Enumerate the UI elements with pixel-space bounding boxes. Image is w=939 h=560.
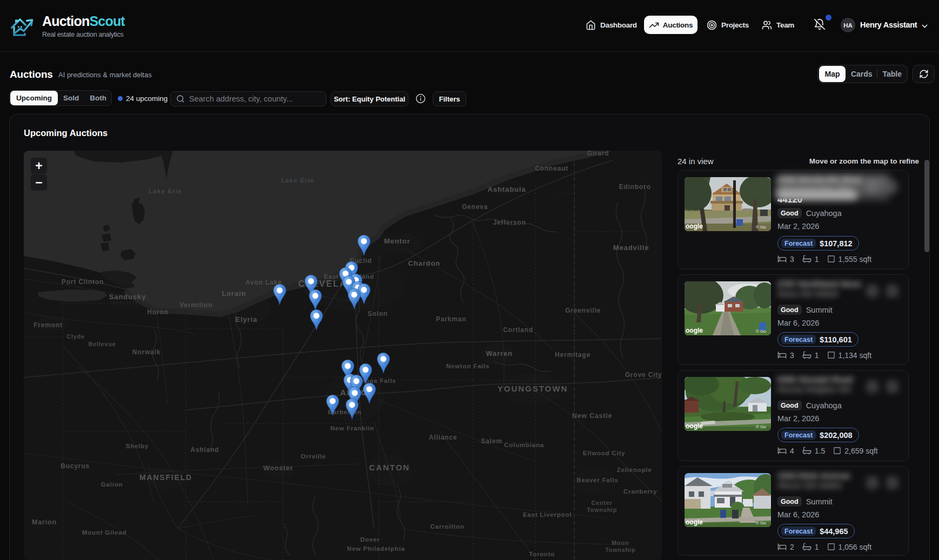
svg-text:Bucyrus: Bucyrus [61, 462, 90, 470]
svg-text:Toronto: Toronto [529, 551, 555, 557]
svg-text:Vermilion: Vermilion [179, 301, 212, 309]
svg-text:Warren: Warren [486, 349, 513, 357]
svg-text:© Go: © Go [756, 424, 766, 429]
svg-text:East Liverpool: East Liverpool [523, 511, 572, 518]
svg-text:Newton Falls: Newton Falls [446, 363, 490, 369]
svg-text:Mount Gilead: Mount Gilead [82, 529, 126, 536]
svg-text:Edinboro: Edinboro [619, 183, 650, 191]
svg-text:Lorain: Lorain [222, 289, 246, 298]
svg-text:Cortland: Cortland [503, 326, 533, 334]
svg-text:New Castle: New Castle [572, 412, 613, 420]
svg-text:Carrollton: Carrollton [431, 523, 465, 530]
svg-text:© Go: © Go [756, 329, 766, 334]
svg-text:New Philadelphia: New Philadelphia [347, 545, 405, 552]
svg-text:Moon: Moon [612, 539, 629, 546]
svg-text:Alliance: Alliance [429, 434, 457, 441]
svg-text:Grove City: Grove City [625, 371, 662, 379]
svg-text:Bellevue: Bellevue [89, 341, 116, 347]
svg-text:YOUNGSTOWN: YOUNGSTOWN [498, 384, 568, 393]
svg-text:Ellwood City: Ellwood City [583, 450, 626, 456]
svg-text:Sandusky: Sandusky [109, 293, 146, 301]
svg-text:Marion: Marion [32, 518, 57, 526]
svg-text:Lake Erie: Lake Erie [149, 188, 182, 194]
svg-text:Zelienople: Zelienople [617, 467, 652, 473]
svg-text:Galion: Galion [101, 481, 123, 488]
svg-text:© Go: © Go [756, 521, 766, 525]
svg-text:oogle: oogle [686, 327, 703, 334]
svg-text:Meadville: Meadville [613, 244, 649, 252]
svg-text:Township: Township [605, 546, 635, 553]
svg-text:Columbiana: Columbiana [504, 442, 544, 448]
svg-text:Mentor: Mentor [384, 237, 411, 245]
svg-text:oogle: oogle [686, 518, 703, 526]
svg-text:Ashland: Ashland [191, 446, 219, 454]
svg-text:Lake Erie: Lake Erie [281, 177, 314, 184]
svg-text:Township: Township [587, 507, 617, 513]
svg-text:Huron: Huron [147, 308, 168, 316]
svg-text:Orrville: Orrville [301, 453, 326, 460]
svg-text:Jefferson: Jefferson [493, 219, 526, 226]
svg-text:Chardon: Chardon [408, 259, 440, 267]
svg-text:Solon: Solon [367, 310, 387, 318]
svg-text:Parkman: Parkman [436, 315, 466, 323]
svg-text:Dover: Dover [360, 536, 380, 543]
svg-text:Greenville: Greenville [565, 307, 601, 314]
svg-text:Wooster: Wooster [263, 464, 293, 472]
svg-text:Center: Center [591, 500, 612, 506]
svg-text:oogle: oogle [686, 422, 703, 430]
svg-text:© Go: © Go [756, 225, 766, 230]
svg-text:Shelby: Shelby [126, 443, 149, 449]
svg-text:oogle: oogle [686, 222, 703, 230]
svg-text:CANTON: CANTON [369, 463, 410, 472]
svg-text:Elyria: Elyria [236, 315, 258, 323]
svg-text:Beaver Falls: Beaver Falls [576, 477, 618, 483]
svg-text:Port Clinton: Port Clinton [62, 278, 104, 286]
svg-text:Salem: Salem [481, 437, 502, 445]
svg-text:Ashtabula: Ashtabula [488, 185, 526, 193]
svg-text:New Franklin: New Franklin [330, 425, 374, 431]
svg-text:Conneaut: Conneaut [535, 165, 568, 172]
svg-text:Clyde: Clyde [66, 333, 84, 340]
svg-text:Hermitage: Hermitage [555, 351, 591, 359]
svg-text:Girard: Girard [587, 151, 609, 157]
svg-text:Norwalk: Norwalk [132, 348, 160, 356]
svg-text:MANSFIELD: MANSFIELD [139, 473, 192, 482]
svg-text:Fremont: Fremont [33, 321, 63, 329]
svg-text:Cranberry: Cranberry [623, 488, 657, 495]
svg-text:Geneva: Geneva [462, 203, 488, 211]
